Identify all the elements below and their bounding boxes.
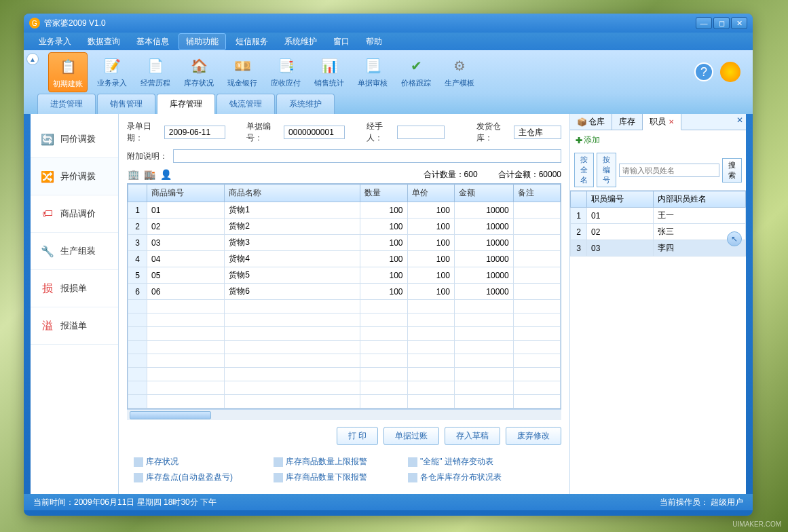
horizontal-scrollbar[interactable] <box>127 409 561 420</box>
grid-row[interactable]: 202货物210010010000 <box>128 218 561 235</box>
main-tab-3[interactable]: 钱流管理 <box>217 94 275 114</box>
menu-item-7[interactable]: 帮助 <box>359 34 389 50</box>
panel-header-1[interactable]: 职员编号 <box>587 191 654 208</box>
scroll-up-icon[interactable]: ↖ <box>727 231 742 246</box>
toolbar-button-9[interactable]: ⚙生产模板 <box>440 52 479 92</box>
grid-header-0[interactable] <box>128 185 147 202</box>
grid-row-empty[interactable] <box>128 381 561 395</box>
panel-tab-0[interactable]: 📦仓库 <box>570 114 612 130</box>
sidebar-item-3[interactable]: 🔧生产组装 <box>31 233 118 270</box>
sidebar-icon-2: 🏷 <box>40 206 55 221</box>
main-tab-2[interactable]: 库存管理 <box>157 94 215 114</box>
grid-header-4[interactable]: 单价 <box>407 185 454 202</box>
toolbar-button-3[interactable]: 🏠库存状况 <box>180 52 218 92</box>
print-button[interactable]: 打 印 <box>337 427 378 445</box>
toolbar-button-8[interactable]: ✔价格跟踪 <box>397 52 435 92</box>
warehouse-input[interactable] <box>514 126 561 139</box>
link-item[interactable]: 各仓库库存分布状况表 <box>408 472 502 483</box>
link-item[interactable]: 库存状况 <box>134 456 233 468</box>
menu-item-6[interactable]: 窗口 <box>326 34 356 50</box>
search-input[interactable] <box>619 164 719 177</box>
sidebar-item-4[interactable]: 损报损单 <box>31 270 118 307</box>
grid-header-6[interactable]: 备注 <box>513 185 560 202</box>
panel-row[interactable]: 202张三 <box>571 224 746 240</box>
toolbar-icon-2: 📄 <box>145 55 166 77</box>
note-input[interactable] <box>173 149 561 163</box>
link-item[interactable]: "全能" 进销存变动表 <box>408 456 502 468</box>
search-button[interactable]: 搜索 <box>722 158 742 183</box>
tab-close-icon[interactable]: ✕ <box>669 118 674 126</box>
draft-button[interactable]: 存入草稿 <box>445 427 500 445</box>
filter-code-button[interactable]: 按编号 <box>597 153 616 187</box>
grid-row[interactable]: 606货物610010010000 <box>128 284 561 300</box>
panel-tab-2[interactable]: 职员✕ <box>643 114 681 130</box>
main-grid[interactable]: 商品编号商品名称数量单价金额备注101货物110010010000202货物21… <box>127 183 561 409</box>
toolbar-button-5[interactable]: 📑应收应付 <box>267 52 305 92</box>
grid-row[interactable]: 101货物110010010000 <box>128 202 561 218</box>
link-item[interactable]: 库存盘点(自动盘盈盘亏) <box>134 472 233 483</box>
minimize-button[interactable]: — <box>696 17 712 29</box>
sidebar-item-0[interactable]: 🔄同价调拨 <box>31 121 118 158</box>
toolbar-button-4[interactable]: 💴现金银行 <box>223 52 261 92</box>
handler-input[interactable] <box>397 126 445 139</box>
panel-row[interactable]: 303李四 <box>571 240 746 256</box>
menu-item-3[interactable]: 辅助功能 <box>179 33 226 50</box>
grid-row[interactable]: 303货物310010010000 <box>128 235 561 251</box>
grid-row-empty[interactable] <box>128 341 561 354</box>
person-icon[interactable]: 👤 <box>160 168 172 180</box>
doc-input[interactable] <box>284 126 345 139</box>
app-icon: G <box>29 18 40 28</box>
toolbar-button-7[interactable]: 📃单据审核 <box>354 52 392 92</box>
grid-row-empty[interactable] <box>128 395 561 408</box>
grid-row-empty[interactable] <box>128 368 561 381</box>
panel-row[interactable]: 101王一 <box>571 208 746 224</box>
main-tab-4[interactable]: 系统维护 <box>276 94 335 114</box>
grid-header-2[interactable]: 商品名称 <box>225 185 360 202</box>
toolbar-button-0[interactable]: 📋初期建账 <box>48 52 88 92</box>
maximize-button[interactable]: ◻ <box>713 17 730 29</box>
titlebar[interactable]: G 管家婆2009 V1.0 — ◻ ✕ <box>24 14 753 33</box>
toolbar-button-2[interactable]: 📄经营历程 <box>136 52 174 92</box>
toolbar-button-1[interactable]: 📝业务录入 <box>93 52 131 92</box>
grid-header-5[interactable]: 金额 <box>454 185 513 202</box>
panel-tab-1[interactable]: 库存 <box>612 114 643 130</box>
filter-fullname-button[interactable]: 按全名 <box>574 153 594 187</box>
close-button[interactable]: ✕ <box>731 17 747 29</box>
filter-row: 按全名 按编号 搜索 <box>570 150 746 191</box>
sidebar-item-2[interactable]: 🏷商品调价 <box>31 195 118 233</box>
grid-header-3[interactable]: 数量 <box>360 185 407 202</box>
sidebar-item-1[interactable]: 🔀异价调拨 <box>31 158 118 195</box>
menu-item-4[interactable]: 短信服务 <box>229 34 275 50</box>
toolbar-button-6[interactable]: 📊销售统计 <box>310 52 348 92</box>
date-input[interactable] <box>164 126 225 139</box>
help-icon[interactable]: ? <box>694 62 713 81</box>
grid-row-empty[interactable] <box>128 314 561 327</box>
globe-icon[interactable] <box>720 62 740 82</box>
post-button[interactable]: 单据过账 <box>383 427 439 445</box>
menu-item-1[interactable]: 数据查询 <box>81 34 127 50</box>
panel-header-2[interactable]: 内部职员姓名 <box>653 191 745 208</box>
menu-item-2[interactable]: 基本信息 <box>130 34 176 50</box>
building1-icon[interactable]: 🏢 <box>127 168 139 180</box>
panel-close-icon[interactable]: ✕ <box>736 115 743 125</box>
menu-item-0[interactable]: 业务录入 <box>32 34 78 50</box>
menu-item-5[interactable]: 系统维护 <box>278 34 324 50</box>
grid-row[interactable]: 404货物410010010000 <box>128 251 561 267</box>
main-tab-1[interactable]: 销售管理 <box>97 94 155 114</box>
grid-row-empty[interactable] <box>128 300 561 314</box>
link-item[interactable]: 库存商品数量上限报警 <box>274 456 367 468</box>
sidebar-item-5[interactable]: 溢报溢单 <box>31 307 118 345</box>
right-panel: ✕ 📦仓库库存职员✕ ✚添加 按全名 按编号 搜索 职员编号内部职员姓名101王… <box>569 114 746 494</box>
panel-header-0[interactable] <box>571 191 587 208</box>
grid-row[interactable]: 505货物510010010000 <box>128 267 561 284</box>
panel-grid[interactable]: 职员编号内部职员姓名101王一202张三303李四 ↖ <box>570 191 746 494</box>
building2-icon[interactable]: 🏬 <box>143 168 155 180</box>
grid-header-1[interactable]: 商品编号 <box>147 185 225 202</box>
grid-row-empty[interactable] <box>128 327 561 341</box>
main-tab-0[interactable]: 进货管理 <box>37 94 96 114</box>
link-item[interactable]: 库存商品数量下限报警 <box>274 472 367 483</box>
grid-row-empty[interactable] <box>128 354 561 368</box>
discard-button[interactable]: 废弃修改 <box>506 427 561 445</box>
collapse-toolbar-icon[interactable]: ▲ <box>26 53 39 65</box>
add-button[interactable]: ✚添加 <box>576 134 600 146</box>
